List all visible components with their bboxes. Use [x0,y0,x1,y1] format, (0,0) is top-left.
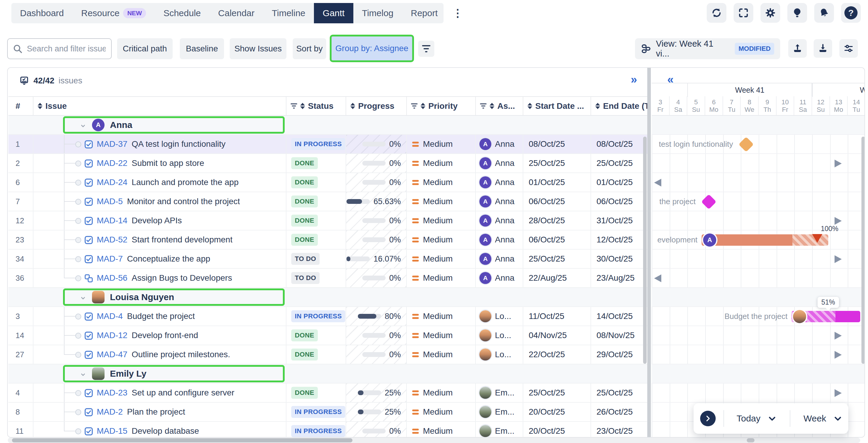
cell-start-date[interactable]: 28/Oct/25 [523,211,591,230]
cell-start-date[interactable]: 08/Oct/25 [523,135,591,153]
nav-item-schedule[interactable]: Schedule [155,3,209,23]
cell-priority[interactable]: Medium [407,173,476,191]
table-row-mad-14[interactable]: 12MAD-14Develop APIsDONE0%MediumAAnna28/… [8,211,647,231]
cell-end-date[interactable]: 23/Aug/25 [591,269,647,287]
cell-start-date[interactable]: 04/Nov/25 [523,326,591,345]
cell-end-date[interactable]: 30/Oct/25 [591,249,647,268]
issue-key-link[interactable]: MAD-12 [97,331,128,340]
column-header-enddatete[interactable]: End Date (Te [591,97,647,115]
cell-assignee[interactable]: Em... [476,403,523,421]
fullscreen-button[interactable] [734,3,753,23]
offscreen-left-indicator[interactable] [654,179,661,186]
cell-progress[interactable]: 0% [346,422,407,437]
table-row-mad-47[interactable]: 27MAD-47Outline project milestones.DONE0… [8,345,647,364]
horizontal-scrollbar-thumb[interactable] [12,438,352,442]
cell-status[interactable]: IN PROGRESS [286,422,346,437]
cell-issue[interactable]: MAD-23Set up and configure server [33,384,286,402]
cell-priority[interactable]: Medium [407,192,476,211]
cell-issue[interactable]: MAD-52Start frontend development [33,231,286,249]
offscreen-right-indicator[interactable] [835,332,842,339]
sync-button[interactable] [707,3,726,23]
gantt-horizontal-scrollbar-thumb[interactable] [747,438,754,442]
cell-end-date[interactable]: 29/Oct/25 [591,345,647,364]
nav-item-calendar[interactable]: Calendar [209,3,263,23]
chevron-down-icon[interactable] [80,121,87,128]
search-box[interactable] [7,38,112,59]
cell-priority[interactable]: Medium [407,249,476,268]
cell-issue[interactable]: MAD-7Conceptualize the app [33,249,286,268]
cell-issue[interactable]: MAD-2Plan the project [33,403,286,421]
offscreen-right-indicator[interactable] [835,351,842,359]
table-row-mad-15[interactable]: 11MAD-15Develop databaseIN PROGRESS0%Med… [8,422,647,437]
column-settings-button[interactable] [839,39,858,58]
column-header-as[interactable]: As... [476,97,523,115]
search-input[interactable] [26,44,106,54]
dependency-handle[interactable] [75,275,81,281]
issue-key-link[interactable]: MAD-4 [97,312,123,321]
cell-start-date[interactable]: 25/Oct/25 [523,154,591,173]
cell-start-date[interactable]: 25/Oct/25 [523,384,591,402]
go-forward-button[interactable] [700,411,716,426]
cell-priority[interactable]: Medium [407,307,476,326]
dependency-handle[interactable] [75,180,81,186]
gantt-bar[interactable]: A100% [702,234,828,246]
cell-assignee[interactable]: AAnna [476,135,523,153]
cell-start-date[interactable]: 11/Oct/25 [523,307,591,326]
nav-item-gantt[interactable]: Gantt [314,3,353,23]
table-row-mad-52[interactable]: 23MAD-52Start frontend developmentDONE0%… [8,231,647,249]
cell-start-date[interactable]: 01/Oct/25 [523,173,591,191]
dependency-handle[interactable] [75,352,81,358]
column-header-startdate[interactable]: Start Date ... [523,97,591,115]
cell-status[interactable]: TO DO [286,269,346,287]
cell-priority[interactable]: Medium [407,403,476,421]
cell-status[interactable]: TO DO [286,249,346,268]
cell-status[interactable]: IN PROGRESS [286,403,346,421]
cell-priority[interactable]: Medium [407,269,476,287]
cell-status[interactable]: DONE [286,192,346,211]
issue-key-link[interactable]: MAD-15 [97,426,128,436]
cell-assignee[interactable]: AAnna [476,231,523,249]
cell-progress[interactable]: 25% [346,384,407,402]
cell-status[interactable]: IN PROGRESS [286,307,346,326]
cell-issue[interactable]: MAD-22Submit to app store [33,154,286,173]
dependency-handle[interactable] [75,429,81,434]
cell-issue[interactable]: MAD-47Outline project milestones. [33,345,286,364]
toolbar-button-show-issues[interactable]: Show Issues [230,38,286,59]
cell-start-date[interactable]: 22/Oct/25 [523,345,591,364]
gantt-vertical-scrollbar[interactable] [861,137,865,364]
cell-assignee[interactable]: Lo... [476,307,523,326]
cell-priority[interactable]: Medium [407,326,476,345]
cell-progress[interactable]: 0% [346,154,407,173]
cell-priority[interactable]: Medium [407,422,476,437]
issue-key-link[interactable]: MAD-37 [97,139,128,149]
nav-item-timeline[interactable]: Timeline [263,3,314,23]
cell-end-date[interactable]: 08/Nov/25 [591,326,647,345]
table-row-mad-56[interactable]: 36MAD-56Assign Bugs to DevelopersTO DO0%… [8,269,647,288]
table-row-mad-5[interactable]: 7MAD-5Monitor and control the projectDON… [8,192,647,211]
upload-button[interactable] [788,39,807,58]
toolbar-button-critical-path[interactable]: Critical path [117,38,173,59]
cell-progress[interactable]: 0% [346,173,407,191]
column-header-status[interactable]: Status [286,97,346,115]
nav-item-dashboard[interactable]: Dashboard [11,3,72,23]
toolbar-button-baseline[interactable]: Baseline [180,38,224,59]
cell-progress[interactable]: 25% [346,403,407,421]
collapse-gantt-button[interactable]: « [667,73,674,86]
issue-key-link[interactable]: MAD-5 [97,197,123,206]
cell-progress[interactable]: 0% [346,135,407,153]
cell-end-date[interactable]: 25/Oct/25 [591,154,647,173]
cell-end-date[interactable]: 01/Oct/25 [591,173,647,191]
cell-priority[interactable]: Medium [407,211,476,230]
zoom-level-button[interactable]: Week [798,413,848,423]
toolbar-button-sort-by[interactable]: Sort by [293,38,326,59]
cell-priority[interactable]: Medium [407,384,476,402]
cell-end-date[interactable]: 23/Oct/25 [591,422,647,437]
group-by-button[interactable]: Group by: Assignee [335,43,408,53]
gantt-bar[interactable]: 51% [792,311,860,322]
cell-end-date[interactable]: 12/Oct/25 [591,231,647,249]
cell-assignee[interactable]: Lo... [476,345,523,364]
nav-item-report[interactable]: Report [402,3,446,23]
dependency-handle[interactable] [75,160,81,167]
cell-start-date[interactable]: 25/Oct/25 [523,249,591,268]
settings-button[interactable] [761,3,780,23]
